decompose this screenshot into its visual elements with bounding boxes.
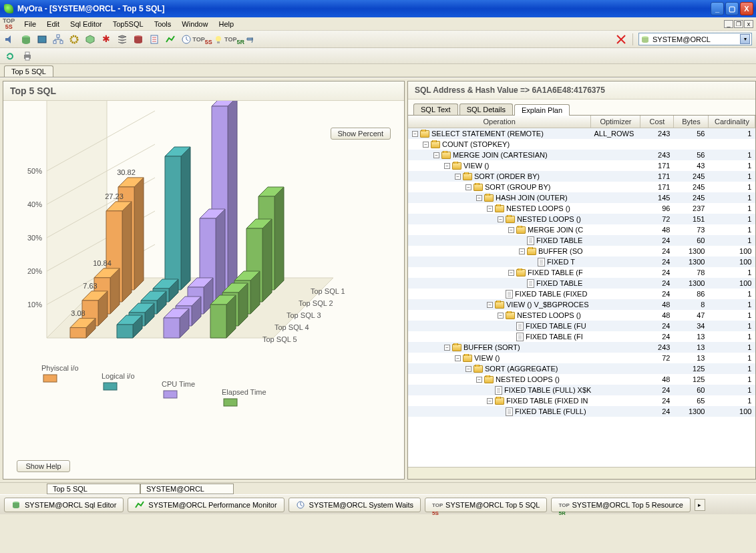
plan-row[interactable]: −MERGE JOIN (CARTESIAN)243561 <box>408 150 755 160</box>
plan-row[interactable]: −NESTED LOOPS ()48471 <box>408 310 755 321</box>
toolbar-book-icon[interactable] <box>36 33 48 45</box>
plan-row[interactable]: −MERGE JOIN (C48731 <box>408 224 755 235</box>
tree-toggle-icon[interactable]: − <box>476 377 482 383</box>
plan-row[interactable]: FIXED T241300100 <box>408 256 755 267</box>
tree-toggle-icon[interactable]: − <box>487 206 493 212</box>
tree-toggle-icon[interactable]: − <box>465 184 471 190</box>
toolbar-cube-icon[interactable] <box>84 33 96 45</box>
show-help-button[interactable]: Show Help <box>17 460 70 472</box>
detail-tab-sql-text[interactable]: SQL Text <box>413 104 458 115</box>
tree-toggle-icon[interactable]: − <box>498 216 504 222</box>
window-minimize-button[interactable]: _ <box>711 2 724 15</box>
bottom-tab[interactable]: Top 5 SQL <box>47 484 140 494</box>
col-operation[interactable]: Operation <box>408 116 591 128</box>
plan-row[interactable]: −NESTED LOOPS ()481251 <box>408 374 755 385</box>
plan-row[interactable]: FIXED TABLE (FULL)241300100 <box>408 406 755 417</box>
plan-row[interactable]: −HASH JOIN (OUTER)1452451 <box>408 192 755 203</box>
plan-row[interactable]: −VIEW ()171431 <box>408 160 755 171</box>
bottom-tab[interactable]: SYSTEM@ORCL <box>140 484 234 494</box>
toolbar-star-icon[interactable]: ✱ <box>100 33 112 45</box>
tree-toggle-icon[interactable]: − <box>465 366 471 372</box>
plan-row[interactable]: FIXED TABLE (FULL) X$K24601 <box>408 385 755 395</box>
menu-item-window[interactable]: Window <box>176 19 213 29</box>
mdi-restore-button[interactable]: ❐ <box>734 20 743 28</box>
mdi-minimize-button[interactable]: _ <box>724 20 733 28</box>
plan-row[interactable]: −VIEW ()72131 <box>408 353 755 363</box>
toolbar-refresh-icon[interactable] <box>4 50 16 62</box>
plan-row[interactable]: −BUFFER (SORT)243131 <box>408 342 755 353</box>
menu-item-file[interactable]: File <box>19 19 41 29</box>
toolbar-clock-icon[interactable] <box>180 33 192 45</box>
toolbar-gear-icon[interactable] <box>68 33 80 45</box>
plan-row[interactable]: −COUNT (STOPKEY) <box>408 139 755 150</box>
plan-row[interactable]: FIXED TABLE (FU24341 <box>408 321 755 331</box>
plan-row[interactable]: −FIXED TABLE (FIXED IN24651 <box>408 395 755 406</box>
toolbar-doc-icon[interactable] <box>148 33 160 45</box>
tree-toggle-icon[interactable]: − <box>433 152 439 158</box>
mdi-close-button[interactable]: x <box>744 20 753 28</box>
plan-row[interactable]: FIXED TABLE24601 <box>408 235 755 246</box>
connection-dropdown[interactable]: SYSTEM@ORCL ▾ <box>638 33 752 45</box>
col-cost[interactable]: Cost <box>640 116 674 128</box>
task-button[interactable]: SYSTEM@ORCL Performance Monitor <box>128 498 284 512</box>
explain-plan-tree[interactable]: −SELECT STATEMENT (REMOTE)ALL_ROWS243561… <box>408 128 755 467</box>
toolbar-print-icon[interactable] <box>21 50 33 62</box>
toolbar-linechart-icon[interactable] <box>164 33 176 45</box>
task-button[interactable]: SYSTEM@ORCL System Waits <box>289 498 421 512</box>
show-percent-button[interactable]: Show Percent <box>331 128 391 140</box>
window-maximize-button[interactable]: ▢ <box>725 2 739 15</box>
plan-row[interactable]: −NESTED LOOPS ()962371 <box>408 203 755 214</box>
toolbar-disconnect-icon[interactable] <box>615 33 627 45</box>
task-button[interactable]: TOP5SSYSTEM@ORCL Top 5 SQL <box>425 498 547 512</box>
col-bytes[interactable]: Bytes <box>674 116 709 128</box>
tree-toggle-icon[interactable]: − <box>487 302 493 308</box>
tree-toggle-icon[interactable]: − <box>444 163 450 169</box>
menu-item-help[interactable]: Help <box>213 19 239 29</box>
toolbar-bulb-icon[interactable] <box>212 33 224 45</box>
plan-row[interactable]: −NESTED LOOPS ()721511 <box>408 214 755 224</box>
tree-toggle-icon[interactable]: − <box>412 131 418 137</box>
detail-tab-sql-details[interactable]: SQL Details <box>459 104 513 115</box>
toolbar-faucet-icon[interactable] <box>244 33 256 45</box>
tree-toggle-icon[interactable]: − <box>455 174 461 180</box>
col-optimizer[interactable]: Optimizer <box>591 116 640 128</box>
toolbar-sql-icon[interactable] <box>20 33 32 45</box>
document-tab[interactable]: Top 5 SQL <box>4 65 53 77</box>
toolbar-tree-icon[interactable] <box>52 33 64 45</box>
plan-row[interactable]: −SORT (GROUP BY)1712451 <box>408 182 755 192</box>
tree-toggle-icon[interactable]: − <box>508 227 514 233</box>
tree-toggle-icon[interactable]: − <box>508 270 514 276</box>
plan-row[interactable]: FIXED TABLE241300100 <box>408 278 755 289</box>
plan-row[interactable]: −FIXED TABLE (F24781 <box>408 267 755 278</box>
toolbar-stack-icon[interactable] <box>116 33 128 45</box>
tree-toggle-icon[interactable]: − <box>476 195 482 201</box>
col-cardinality[interactable]: Cardinality <box>709 116 755 128</box>
toolbar-top5s-icon[interactable]: TOP5S <box>196 33 208 45</box>
tree-toggle-icon[interactable]: − <box>519 248 525 254</box>
toolbar-db-icon[interactable] <box>132 33 144 45</box>
task-button[interactable]: TOP5RSYSTEM@ORCL Top 5 Resource <box>551 498 690 512</box>
plan-row[interactable]: −SORT (ORDER BY)1712451 <box>408 171 755 182</box>
tree-toggle-icon[interactable]: − <box>455 355 461 361</box>
menu-item-edit[interactable]: Edit <box>41 19 65 29</box>
tree-toggle-icon[interactable]: − <box>423 142 429 148</box>
window-close-button[interactable]: X <box>740 2 753 15</box>
plan-row[interactable]: FIXED TABLE (FI24131 <box>408 331 755 342</box>
detail-tab-explain-plan[interactable]: Explain Plan <box>514 104 570 116</box>
taskbar-overflow-button[interactable]: ▸ <box>695 499 705 511</box>
plan-row[interactable]: −BUFFER (SO241300100 <box>408 246 755 256</box>
tree-toggle-icon[interactable]: − <box>487 398 493 404</box>
tree-toggle-icon[interactable]: − <box>498 313 504 319</box>
tree-toggle-icon[interactable]: − <box>444 345 450 351</box>
task-button[interactable]: SYSTEM@ORCL Sql Editor <box>4 498 124 512</box>
menu-item-sql-editor[interactable]: Sql Editor <box>65 19 108 29</box>
plan-row[interactable]: −SORT (AGGREGATE)1251 <box>408 363 755 374</box>
plan-row[interactable]: −VIEW () V_$BGPROCES4881 <box>408 299 755 310</box>
toolbar-speaker-icon[interactable] <box>4 33 16 45</box>
toolbar-top5r-icon[interactable]: TOP5R <box>228 33 240 45</box>
plan-row[interactable]: −SELECT STATEMENT (REMOTE)ALL_ROWS243561 <box>408 128 755 139</box>
menu-item-tools[interactable]: Tools <box>149 19 177 29</box>
dropdown-arrow-icon[interactable]: ▾ <box>740 34 750 44</box>
plan-row[interactable]: FIXED TABLE (FIXED24861 <box>408 289 755 299</box>
menu-item-top5sql[interactable]: Top5SQL <box>108 19 149 29</box>
